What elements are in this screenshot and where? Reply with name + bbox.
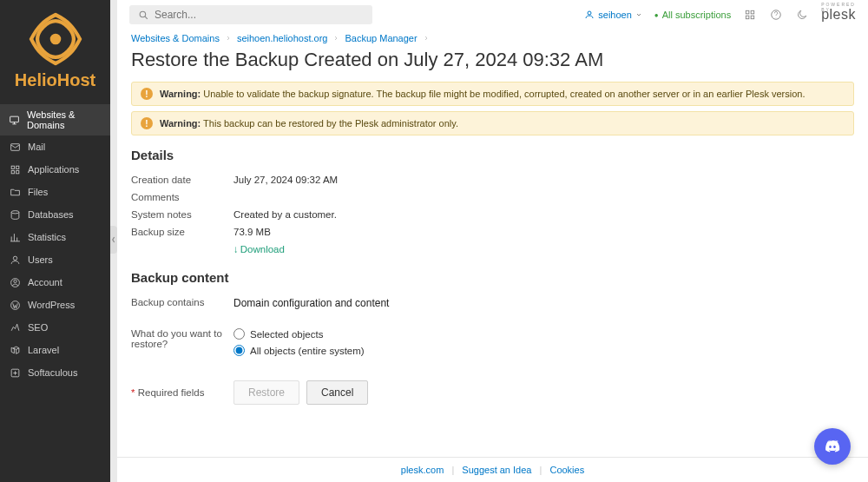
main: seihoen All subscriptions POWERED BY ple… — [117, 0, 868, 482]
required-fields-note: * Required fields — [131, 387, 233, 398]
search-input[interactable] — [155, 9, 364, 21]
chevron-down-icon — [635, 11, 642, 18]
radio-all-objects[interactable]: All objects (entire system) — [233, 345, 365, 356]
svg-rect-16 — [751, 10, 754, 14]
warning-icon: ! — [141, 88, 153, 100]
brand-text: HelioHost — [5, 70, 105, 90]
breadcrumb-domain[interactable]: seihoen.heliohost.org — [237, 33, 328, 43]
nav-files[interactable]: Files — [0, 181, 110, 203]
heliohost-icon — [25, 9, 86, 69]
breadcrumbs: Websites & Domains seihoen.heliohost.org… — [131, 33, 854, 43]
sidebar-nav: Websites & Domains Mail Applications Fil… — [0, 104, 110, 384]
help-button[interactable] — [769, 8, 783, 22]
footer-cookies[interactable]: Cookies — [549, 465, 584, 475]
nav-softaculous[interactable]: Softaculous — [0, 361, 110, 384]
theme-toggle[interactable] — [795, 8, 809, 22]
nav-statistics[interactable]: Statistics — [0, 226, 110, 248]
user-icon — [9, 254, 21, 266]
svg-rect-2 — [10, 143, 19, 150]
mail-icon — [9, 141, 21, 153]
cancel-button[interactable]: Cancel — [306, 380, 368, 405]
chevron-right-icon — [423, 35, 430, 42]
database-icon — [9, 208, 21, 221]
svg-point-13 — [140, 11, 146, 17]
svg-point-8 — [13, 256, 16, 260]
user-icon — [584, 10, 595, 20]
field-comments: Comments — [131, 188, 854, 206]
topbar: seihoen All subscriptions POWERED BY ple… — [117, 0, 868, 30]
nav-account[interactable]: Account — [0, 271, 110, 294]
footer-plesk[interactable]: plesk.com — [401, 465, 444, 475]
field-download: Download — [131, 241, 854, 258]
softaculous-icon — [9, 366, 21, 379]
user-menu[interactable]: seihoen — [584, 10, 642, 20]
svg-rect-5 — [11, 170, 14, 173]
svg-rect-15 — [746, 10, 749, 14]
nav-applications[interactable]: Applications — [0, 158, 110, 181]
sidebar: HelioHost Websites & Domains Mail Applic… — [0, 0, 110, 482]
account-icon — [9, 276, 21, 288]
footer: plesk.com | Suggest an Idea | Cookies — [117, 457, 868, 482]
nav-wordpress[interactable]: WordPress — [0, 294, 110, 316]
svg-point-0 — [51, 36, 58, 43]
svg-point-7 — [11, 210, 19, 213]
seo-icon — [9, 321, 21, 333]
svg-rect-17 — [746, 16, 749, 19]
field-restore-what: What do you want to restore? Selected ob… — [131, 325, 854, 360]
nav-databases[interactable]: Databases — [0, 203, 110, 226]
discord-fab[interactable] — [814, 428, 851, 465]
brand-logo[interactable]: HelioHost — [0, 0, 110, 104]
svg-rect-4 — [16, 166, 18, 168]
field-system-notes: System notes Created by a customer. — [131, 206, 854, 223]
field-backup-size: Backup size 73.9 MB — [131, 223, 854, 241]
plesk-brand: POWERED BY plesk — [821, 7, 856, 23]
download-link[interactable]: Download — [233, 244, 285, 254]
wordpress-icon — [9, 299, 21, 311]
field-backup-contains: Backup contains Domain configuration and… — [131, 294, 854, 313]
search-icon — [138, 10, 149, 21]
breadcrumb-websites[interactable]: Websites & Domains — [131, 33, 220, 43]
svg-point-10 — [13, 280, 16, 282]
chevron-right-icon — [225, 35, 232, 42]
folder-icon — [9, 186, 21, 198]
chevron-right-icon — [332, 35, 339, 42]
laravel-icon — [9, 344, 21, 356]
field-creation-date: Creation date July 27, 2024 09:32 AM — [131, 171, 854, 188]
monitor-icon — [9, 114, 20, 126]
warning-icon: ! — [141, 117, 153, 129]
radio-selected-objects[interactable]: Selected objects — [233, 328, 365, 340]
discord-icon — [823, 437, 842, 456]
apps-icon — [9, 163, 21, 175]
chart-icon — [9, 231, 21, 243]
warning-alert-signature: ! Warning: Unable to validate the backup… — [131, 82, 854, 106]
search-box[interactable] — [129, 5, 372, 24]
svg-rect-6 — [16, 170, 18, 173]
restore-button[interactable]: Restore — [233, 380, 299, 405]
warning-alert-admin-only: ! Warning: This backup can be restored b… — [131, 111, 854, 135]
nav-laravel[interactable]: Laravel — [0, 339, 110, 361]
details-heading: Details — [131, 148, 854, 162]
footer-suggest[interactable]: Suggest an Idea — [462, 465, 531, 475]
nav-users[interactable]: Users — [0, 248, 110, 271]
extensions-button[interactable] — [743, 8, 757, 22]
backup-content-heading: Backup content — [131, 270, 854, 285]
svg-rect-3 — [11, 166, 14, 168]
nav-seo[interactable]: SEO — [0, 316, 110, 339]
svg-point-14 — [588, 11, 591, 15]
nav-mail[interactable]: Mail — [0, 135, 110, 158]
nav-websites-domains[interactable]: Websites & Domains — [0, 104, 110, 135]
sidebar-collapse-handle[interactable] — [110, 0, 117, 482]
content-area: Websites & Domains seihoen.heliohost.org… — [117, 30, 868, 457]
breadcrumb-backup-manager[interactable]: Backup Manager — [345, 33, 417, 43]
svg-rect-18 — [751, 16, 754, 19]
page-title: Restore the Backup Created on July 27, 2… — [131, 49, 854, 71]
svg-rect-1 — [10, 116, 19, 122]
subscriptions-menu[interactable]: All subscriptions — [654, 10, 731, 20]
